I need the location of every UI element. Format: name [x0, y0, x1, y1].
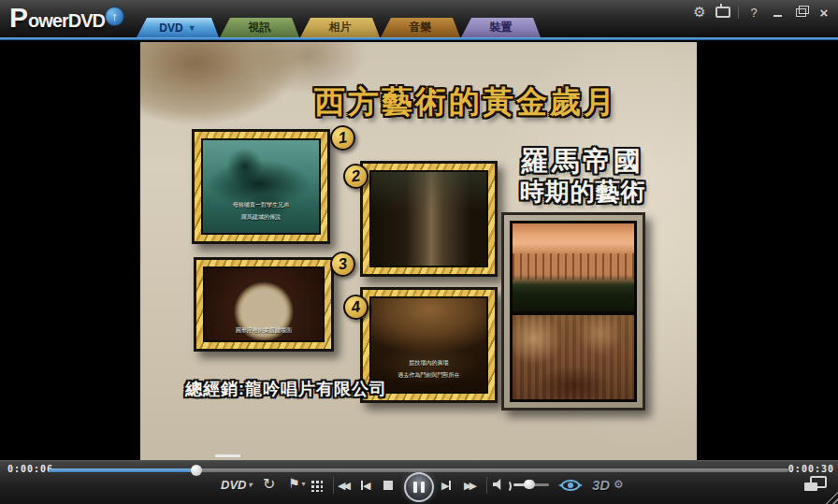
elapsed-time: 0:00:06 — [7, 464, 53, 474]
tab-dvd-label: DVD — [159, 22, 182, 35]
truetheater-eye-icon[interactable] — [558, 479, 583, 492]
chapter-4-caption: 競技場內的廣場 過去作為鬥劍與鬥獸所在 — [371, 360, 486, 383]
seek-thumb[interactable] — [191, 465, 202, 476]
bookmark-icon[interactable]: ⚑▾ — [288, 476, 306, 491]
3d-settings-gear-icon[interactable]: ⚙ — [614, 478, 624, 491]
colosseum-interior-image: 競技場內的廣場 過去作為鬥劍與鬥獸所在 — [369, 296, 488, 394]
chevron-down-icon: ▾ — [302, 480, 306, 488]
tab-video[interactable]: 視訊 — [220, 18, 299, 37]
volume-fill — [513, 483, 529, 486]
chapter-1-thumbnail[interactable]: 母狼哺育一對孿生兄弟 羅馬建城的傳說 — [192, 129, 330, 244]
dvd-menu-frame: 西方藝術的黃金歲月 羅馬帝國 時期的藝術 母狼哺育一對孿生兄弟 羅馬建城的傳說 … — [140, 42, 697, 460]
upgrade-icon[interactable]: ↑ — [105, 7, 124, 26]
tv-mode-icon[interactable] — [715, 5, 731, 20]
logo-text: P — [9, 2, 28, 33]
window-controls: ⚙ ? × — [691, 5, 832, 20]
next-button[interactable]: ▶ — [441, 480, 451, 492]
dvd-menu-button[interactable]: DVD▾ — [221, 478, 252, 492]
relief-medallion-image: 圓形浮雕刻畫凱旋場面 — [203, 266, 325, 342]
menu-artifact-dash — [215, 454, 240, 457]
close-button[interactable]: × — [816, 5, 832, 20]
divider — [738, 6, 739, 19]
settings-gear-icon[interactable]: ⚙ — [691, 5, 708, 20]
video-display-area: 西方藝術的黃金歲月 羅馬帝國 時期的藝術 母狼哺育一對孿生兄弟 羅馬建城的傳說 … — [0, 40, 838, 460]
pause-button[interactable] — [404, 472, 434, 502]
restore-button[interactable] — [792, 5, 809, 20]
triumph-painting-image — [513, 315, 634, 399]
title-bar: PowerDVD ↑ DVD ▼ 視訊 相片 音樂 裝置 ⚙ ? × — [0, 0, 838, 37]
menu-title: 西方藝術的黃金歲月 — [314, 81, 617, 123]
divider — [333, 477, 334, 494]
wolf-statue-image: 母狼哺育一對孿生兄弟 羅馬建城的傳說 — [201, 138, 321, 235]
chapter-1-badge: 1 — [328, 123, 356, 151]
playback-control-bar: 0:00:06 0:00:30 DVD▾ ↻ ⚑▾ ◀◀ ◀ ▶ ▶▶ 3D ⚙ — [0, 460, 838, 504]
powerdvd-window: PowerDVD ↑ DVD ▼ 視訊 相片 音樂 裝置 ⚙ ? × 西方藝術的… — [0, 0, 838, 504]
menu-heading: 羅馬帝國 時期的藝術 — [513, 145, 653, 207]
chapter-1-caption: 母狼哺育一對孿生兄弟 羅馬建城的傳說 — [203, 202, 319, 225]
chapter-3-thumbnail[interactable]: 圓形浮雕刻畫凱旋場面 — [194, 257, 334, 352]
volume-slider[interactable] — [513, 483, 549, 486]
colosseum-exterior-image — [513, 223, 634, 311]
help-button[interactable]: ? — [745, 5, 762, 20]
volume-thumb[interactable] — [524, 480, 535, 489]
minimize-button[interactable] — [769, 5, 786, 20]
fast-forward-button[interactable]: ▶▶ — [464, 480, 474, 492]
total-time: 0:00:30 — [788, 464, 834, 474]
chapter-3-caption: 圓形浮雕刻畫凱旋場面 — [205, 327, 323, 339]
speaker-icon[interactable] — [493, 479, 509, 490]
chevron-down-icon: ▾ — [248, 481, 252, 489]
powerdvd-logo: PowerDVD — [9, 2, 105, 34]
statue-image — [369, 170, 488, 267]
tab-dvd[interactable]: DVD ▼ — [137, 18, 219, 37]
3d-mode-button[interactable]: 3D — [592, 477, 610, 493]
distributor-text: 總經銷:龍吟唱片有限公司 — [185, 378, 387, 400]
previous-button[interactable]: ◀ — [361, 480, 370, 492]
mode-tabs: DVD ▼ 視訊 相片 音樂 裝置 — [137, 18, 542, 37]
repeat-icon[interactable]: ↻ — [263, 475, 275, 493]
display-mode-icon[interactable] — [804, 476, 827, 491]
resize-grip[interactable] — [825, 491, 838, 504]
stop-button[interactable] — [383, 481, 393, 490]
grid-menu-icon[interactable] — [311, 480, 323, 492]
tab-music[interactable]: 音樂 — [381, 18, 460, 37]
chapter-2-thumbnail[interactable] — [360, 161, 498, 277]
seek-fill — [49, 468, 196, 472]
tab-photo[interactable]: 相片 — [300, 18, 380, 37]
chevron-down-icon: ▼ — [188, 23, 196, 33]
rewind-button[interactable]: ◀◀ — [338, 480, 348, 492]
divider — [486, 477, 487, 494]
preview-panel[interactable] — [501, 212, 645, 410]
tab-device[interactable]: 裝置 — [461, 18, 541, 37]
